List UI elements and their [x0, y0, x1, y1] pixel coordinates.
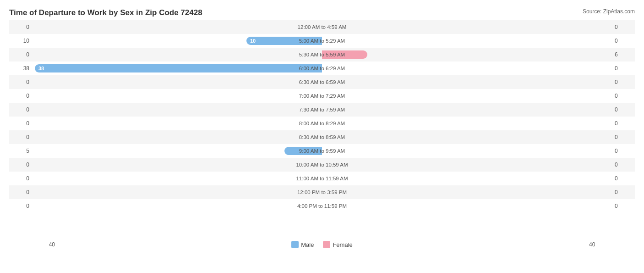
left-value: 0: [9, 203, 32, 209]
right-value: 0: [612, 162, 635, 168]
time-label: 8:30 AM to 8:59 AM: [299, 134, 345, 140]
chart-title: Time of Departure to Work by Sex in Zip …: [9, 8, 635, 17]
right-value: 0: [612, 120, 635, 127]
male-swatch: [291, 241, 299, 248]
left-value: 0: [9, 134, 32, 140]
right-value: 0: [612, 65, 635, 72]
time-label: 11:00 AM to 11:59 AM: [296, 176, 348, 181]
chart-row: 04:00 PM to 11:59 PM0: [9, 199, 635, 213]
bottom-area: 40 Male Female 40: [9, 241, 635, 248]
time-label: 10:00 AM to 10:59 AM: [296, 162, 348, 167]
male-bar-wrap: 38: [35, 64, 322, 72]
chart-area: 012:00 AM to 4:59 AM0105:00 AM to 5:29 A…: [9, 20, 635, 239]
chart-row: 08:30 AM to 8:59 AM0: [9, 130, 635, 144]
male-bar: 38: [35, 64, 322, 72]
right-value: 0: [612, 24, 635, 30]
legend: Male Female: [291, 241, 353, 248]
left-value: 5: [9, 148, 32, 154]
left-value: 0: [9, 120, 32, 127]
right-value: 6: [612, 51, 635, 58]
left-value: 38: [9, 65, 32, 72]
time-label: 12:00 PM to 3:59 PM: [297, 189, 347, 195]
bars-area: 8:30 AM to 8:59 AM: [32, 130, 612, 144]
chart-row: 012:00 PM to 3:59 PM0: [9, 185, 635, 199]
chart-row: 105:00 AM to 5:29 AM100: [9, 34, 635, 48]
time-label: 7:30 AM to 7:59 AM: [299, 107, 345, 112]
chart-row: 386:00 AM to 6:29 AM380: [9, 61, 635, 75]
right-value: 0: [612, 38, 635, 44]
right-value: 0: [612, 148, 635, 154]
right-value: 0: [612, 175, 635, 182]
left-value: 0: [9, 24, 32, 30]
chart-row: 08:00 AM to 8:29 AM0: [9, 117, 635, 130]
x-axis-left: 40: [32, 241, 55, 248]
bars-area: 7:00 AM to 7:29 AM: [32, 89, 612, 103]
x-axis-right: 40: [589, 241, 612, 248]
bars-area: 11:00 AM to 11:59 AM: [32, 172, 612, 185]
chart-row: 011:00 AM to 11:59 AM0: [9, 172, 635, 185]
bars-area: 12:00 PM to 3:59 PM: [32, 185, 612, 199]
bars-area: 10:00 AM to 10:59 AM: [32, 158, 612, 172]
bars-area: 5:30 AM to 5:59 AM: [32, 48, 612, 61]
bars-area: 4:00 PM to 11:59 PM: [32, 199, 612, 213]
bars-area: 5:00 AM to 5:29 AM10: [32, 34, 612, 48]
bars-area: 6:30 AM to 6:59 AM: [32, 75, 612, 89]
left-value: 0: [9, 79, 32, 85]
time-label: 5:30 AM to 5:59 AM: [299, 52, 345, 57]
chart-row: 05:30 AM to 5:59 AM6: [9, 48, 635, 61]
chart-row: 07:30 AM to 7:59 AM0: [9, 103, 635, 117]
bars-area: 8:00 AM to 8:29 AM: [32, 117, 612, 130]
chart-row: 010:00 AM to 10:59 AM0: [9, 158, 635, 172]
time-label: 5:00 AM to 5:29 AM: [299, 38, 345, 44]
bars-area: 6:00 AM to 6:29 AM38: [32, 61, 612, 75]
right-value: 0: [612, 189, 635, 195]
left-value: 0: [9, 175, 32, 182]
time-label: 4:00 PM to 11:59 PM: [297, 203, 347, 209]
legend-male: Male: [291, 241, 314, 248]
chart-row: 59:00 AM to 9:59 AM0: [9, 144, 635, 158]
bars-area: 7:30 AM to 7:59 AM: [32, 103, 612, 117]
legend-female: Female: [323, 241, 352, 248]
left-value: 0: [9, 106, 32, 113]
male-label: Male: [301, 241, 314, 248]
female-label: Female: [333, 241, 352, 248]
bars-area: 12:00 AM to 4:59 AM: [32, 20, 612, 34]
right-value: 0: [612, 134, 635, 140]
time-label: 6:00 AM to 6:29 AM: [299, 66, 345, 71]
chart-row: 07:00 AM to 7:29 AM0: [9, 89, 635, 103]
right-value: 0: [612, 79, 635, 85]
time-label: 6:30 AM to 6:59 AM: [299, 79, 345, 85]
time-label: 12:00 AM to 4:59 AM: [298, 24, 347, 30]
male-bar-value: 10: [250, 38, 256, 44]
chart-row: 06:30 AM to 6:59 AM0: [9, 75, 635, 89]
right-value: 0: [612, 203, 635, 209]
male-bar-value: 38: [38, 66, 44, 71]
right-value: 0: [612, 93, 635, 99]
time-label: 8:00 AM to 8:29 AM: [299, 121, 345, 126]
left-value: 0: [9, 189, 32, 195]
left-value: 0: [9, 51, 32, 58]
source-label: Source: ZipAtlas.com: [583, 8, 635, 15]
time-label: 7:00 AM to 7:29 AM: [299, 93, 345, 99]
left-value: 10: [9, 38, 32, 44]
chart-container: Time of Departure to Work by Sex in Zip …: [0, 0, 644, 273]
right-value: 0: [612, 106, 635, 113]
female-swatch: [323, 241, 330, 248]
left-value: 0: [9, 162, 32, 168]
chart-row: 012:00 AM to 4:59 AM0: [9, 20, 635, 34]
left-value: 0: [9, 93, 32, 99]
bars-area: 9:00 AM to 9:59 AM: [32, 144, 612, 158]
time-label: 9:00 AM to 9:59 AM: [299, 148, 345, 154]
